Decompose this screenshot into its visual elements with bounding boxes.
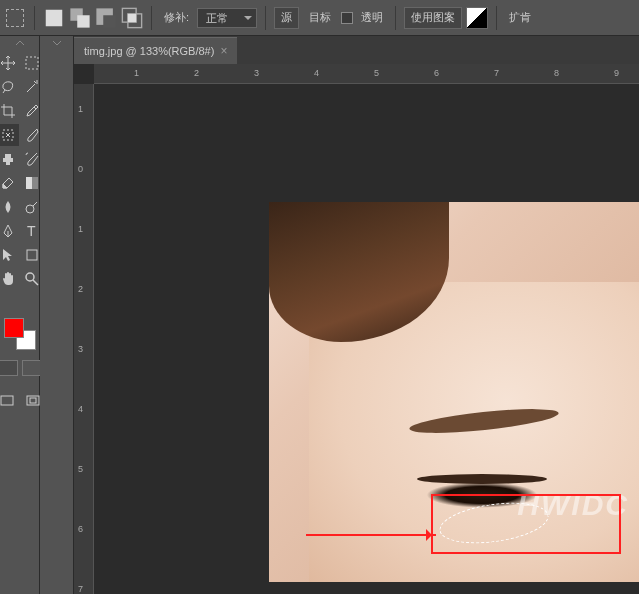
eraser-tool-icon[interactable] <box>0 172 19 194</box>
tool-preset-picker[interactable] <box>4 7 26 29</box>
svg-rect-0 <box>46 9 63 26</box>
transparent-label: 透明 <box>357 10 387 25</box>
pen-tool-icon[interactable] <box>0 220 19 242</box>
screen-mode-icon[interactable] <box>0 390 18 412</box>
svg-point-12 <box>26 205 34 213</box>
type-tool-icon[interactable]: T <box>21 220 43 242</box>
document-tab[interactable]: timg.jpg @ 133%(RGB/8#) × <box>74 37 237 64</box>
zoom-tool-icon[interactable] <box>21 268 43 290</box>
history-brush-tool-icon[interactable] <box>21 148 43 170</box>
target-button[interactable]: 目标 <box>303 7 337 29</box>
document-tab-bar: timg.jpg @ 133%(RGB/8#) × <box>74 36 639 64</box>
expand-label: 扩肯 <box>505 10 535 25</box>
toolbox: T <box>0 36 40 594</box>
crop-tool-icon[interactable] <box>0 100 19 122</box>
screen-toggle-icon[interactable] <box>22 390 44 412</box>
hand-tool-icon[interactable] <box>0 268 19 290</box>
path-selection-tool-icon[interactable] <box>0 244 19 266</box>
transparent-checkbox[interactable] <box>341 12 353 24</box>
collapsed-panel <box>40 36 74 594</box>
lasso-tool-icon[interactable] <box>0 76 19 98</box>
document-title: timg.jpg @ 133%(RGB/8#) <box>84 45 214 57</box>
panel-handle-icon[interactable] <box>43 40 71 46</box>
workspace: timg.jpg @ 133%(RGB/8#) × 1 2 3 4 5 6 7 … <box>74 36 639 594</box>
pattern-swatch[interactable] <box>466 7 488 29</box>
gradient-tool-icon[interactable] <box>21 172 43 194</box>
svg-rect-11 <box>26 177 32 189</box>
panel-handle-icon[interactable] <box>6 40 34 46</box>
close-icon[interactable]: × <box>220 44 227 58</box>
marquee-tool-icon[interactable] <box>21 52 43 74</box>
svg-rect-4 <box>103 15 115 27</box>
standard-mode-icon[interactable] <box>0 360 18 376</box>
svg-rect-16 <box>1 396 13 405</box>
move-tool-icon[interactable] <box>0 52 19 74</box>
blur-tool-icon[interactable] <box>0 196 19 218</box>
selection-add-icon[interactable] <box>69 7 91 29</box>
svg-rect-18 <box>30 398 36 403</box>
svg-text:T: T <box>27 223 36 239</box>
eyedropper-tool-icon[interactable] <box>21 100 43 122</box>
clone-stamp-tool-icon[interactable] <box>0 148 19 170</box>
svg-rect-17 <box>27 396 39 405</box>
use-pattern-button[interactable]: 使用图案 <box>404 7 462 29</box>
selection-new-icon[interactable] <box>43 7 65 29</box>
svg-point-15 <box>26 273 34 281</box>
canvas-area[interactable]: 1 2 3 4 5 6 7 8 9 1 0 1 2 3 4 5 6 7 <box>74 64 639 594</box>
quickmask-mode-icon[interactable] <box>22 360 42 376</box>
color-swatch[interactable] <box>4 318 36 350</box>
source-button[interactable]: 源 <box>274 7 299 29</box>
options-bar: 修补: 正常 源 目标 透明 使用图案 扩肯 <box>0 0 639 36</box>
patch-tool-icon[interactable] <box>0 124 19 146</box>
selection-subtract-icon[interactable] <box>95 7 117 29</box>
horizontal-ruler: 1 2 3 4 5 6 7 8 9 <box>94 64 639 84</box>
vertical-ruler: 1 0 1 2 3 4 5 6 7 <box>74 84 94 594</box>
patch-label: 修补: <box>160 10 193 25</box>
foreground-color[interactable] <box>4 318 24 338</box>
selection-intersect-icon[interactable] <box>121 7 143 29</box>
svg-rect-7 <box>128 13 136 21</box>
svg-rect-8 <box>26 57 38 69</box>
svg-rect-2 <box>77 15 89 27</box>
dodge-tool-icon[interactable] <box>21 196 43 218</box>
patch-mode-dropdown[interactable]: 正常 <box>197 8 257 28</box>
svg-rect-14 <box>27 250 37 260</box>
magic-wand-tool-icon[interactable] <box>21 76 43 98</box>
annotation-arrow <box>306 534 436 536</box>
shape-tool-icon[interactable] <box>21 244 43 266</box>
brush-tool-icon[interactable] <box>21 124 43 146</box>
